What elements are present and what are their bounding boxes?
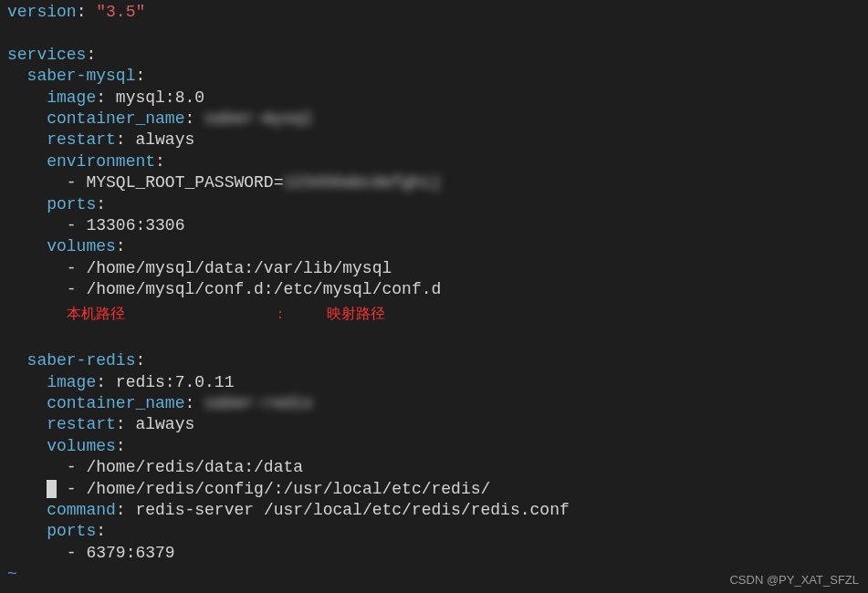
- yaml-line: volumes:: [7, 236, 861, 257]
- yaml-value-blurred: saber-mysql: [204, 109, 313, 128]
- cursor-block: [47, 480, 57, 498]
- annotation-line: 本机路径 ： 映射路径: [7, 300, 861, 328]
- yaml-key: command: [47, 501, 116, 519]
- yaml-line: - MYSQL_ROOT_PASSWORD=123456abcdefghij: [7, 172, 861, 193]
- yaml-line: restart: always: [7, 414, 861, 435]
- yaml-line: - 6379:6379: [7, 543, 861, 564]
- yaml-value: 13306:3306: [86, 216, 184, 234]
- yaml-line-services: services:: [7, 45, 861, 66]
- yaml-key: image: [47, 88, 96, 107]
- yaml-line: ports:: [7, 194, 861, 215]
- yaml-line-version: version: "3.5": [7, 2, 861, 23]
- yaml-value: MYSQL_ROOT_PASSWORD=: [86, 173, 283, 192]
- yaml-line: volumes:: [7, 436, 861, 457]
- yaml-key: version: [7, 3, 77, 21]
- yaml-line: - /home/redis/data:/data: [7, 457, 861, 478]
- yaml-line: container_name: saber-redis: [7, 393, 861, 414]
- yaml-value: /home/mysql/conf.d:/etc/mysql/conf.d: [86, 280, 441, 298]
- yaml-value: /home/redis/config/:/usr/local/etc/redis…: [86, 480, 490, 498]
- yaml-value: always: [135, 130, 194, 149]
- yaml-line: saber-redis:: [7, 350, 861, 371]
- yaml-line: - /home/mysql/conf.d:/etc/mysql/conf.d: [7, 279, 861, 300]
- yaml-line: environment:: [7, 151, 861, 172]
- yaml-empty-line: [7, 23, 861, 44]
- annotation-local-path: 本机路径: [67, 307, 125, 323]
- yaml-line: command: redis-server /usr/local/etc/red…: [7, 500, 861, 521]
- yaml-line: ports:: [7, 521, 861, 542]
- yaml-line: container_name: saber-mysql: [7, 109, 861, 130]
- yaml-line: - /home/mysql/data:/var/lib/mysql: [7, 258, 861, 279]
- yaml-service-name: saber-mysql: [27, 67, 136, 85]
- yaml-line: saber-mysql:: [7, 66, 861, 87]
- yaml-line: restart: always: [7, 130, 861, 151]
- annotation-mapped-path: 映射路径: [327, 307, 385, 323]
- yaml-value-blurred: saber-redis: [204, 394, 313, 412]
- yaml-line: - /home/redis/config/:/usr/local/etc/red…: [7, 479, 861, 500]
- yaml-value: redis:7.0.11: [116, 373, 235, 391]
- yaml-key: ports: [47, 195, 96, 213]
- yaml-value: mysql:8.0: [116, 88, 204, 107]
- yaml-value: always: [135, 415, 194, 433]
- tilde-icon: ~: [7, 565, 17, 583]
- yaml-key: services: [7, 46, 86, 64]
- yaml-key: volumes: [47, 437, 116, 455]
- yaml-key: restart: [47, 415, 116, 433]
- yaml-key: restart: [47, 130, 116, 149]
- yaml-empty-line: [7, 329, 861, 350]
- yaml-value: redis-server /usr/local/etc/redis/redis.…: [135, 501, 569, 519]
- yaml-value: "3.5": [96, 3, 145, 21]
- yaml-value: /home/redis/data:/data: [86, 458, 303, 476]
- annotation-separator: ：: [273, 307, 288, 323]
- yaml-line: image: redis:7.0.11: [7, 372, 861, 393]
- yaml-key: environment: [47, 152, 155, 171]
- yaml-line: - 13306:3306: [7, 215, 861, 236]
- yaml-value: /home/mysql/data:/var/lib/mysql: [86, 259, 392, 277]
- yaml-key: image: [47, 373, 96, 391]
- yaml-value: 6379:6379: [86, 544, 174, 562]
- yaml-key: container_name: [47, 109, 184, 128]
- yaml-line: image: mysql:8.0: [7, 88, 861, 109]
- yaml-value-blurred: 123456abcdefghij: [283, 173, 441, 192]
- watermark-text: CSDN @PY_XAT_SFZL: [729, 573, 859, 588]
- yaml-service-name: saber-redis: [27, 351, 136, 369]
- yaml-key: container_name: [47, 394, 184, 412]
- yaml-key: volumes: [47, 237, 116, 255]
- yaml-key: ports: [47, 522, 96, 540]
